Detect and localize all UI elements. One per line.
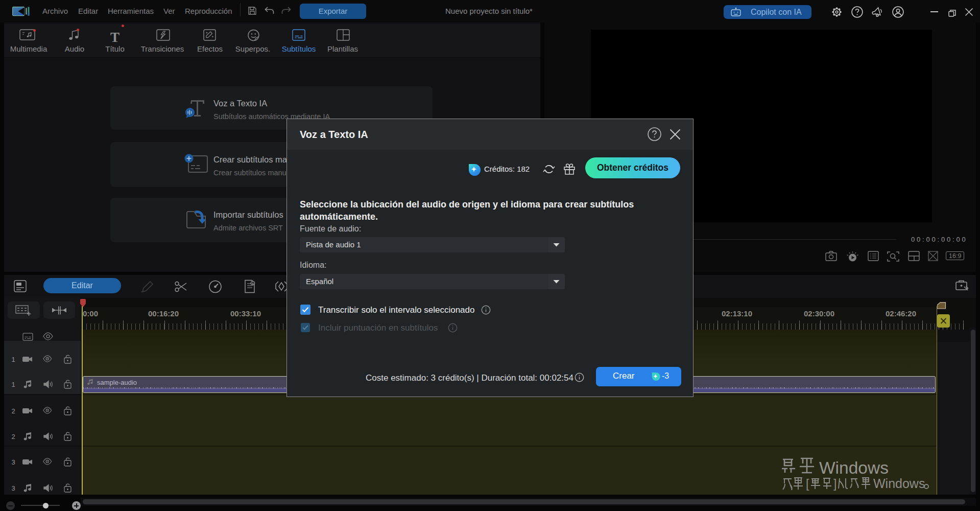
svg-text:Windows: Windows	[873, 476, 925, 491]
svg-text:[: [	[806, 477, 809, 491]
svg-text:Windows: Windows	[819, 458, 889, 477]
svg-text:]: ]	[833, 477, 836, 491]
